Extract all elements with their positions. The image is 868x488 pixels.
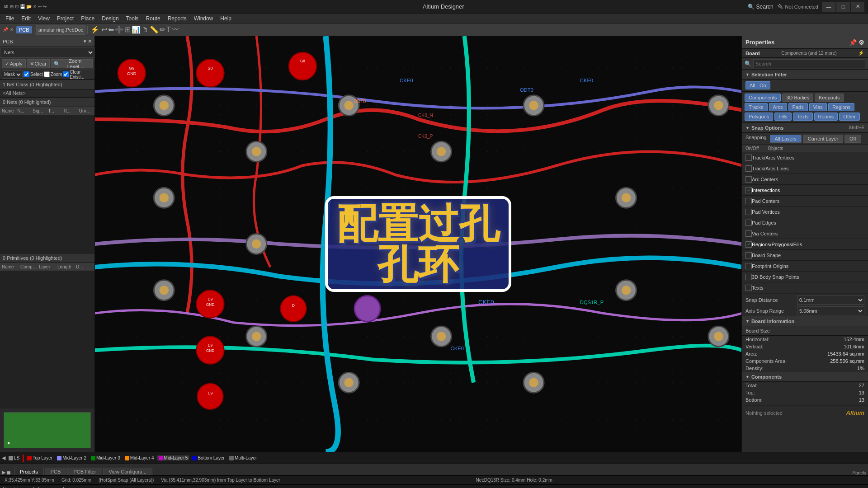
menu-place[interactable]: Place bbox=[77, 14, 98, 23]
all-nets-item[interactable]: <All Nets> bbox=[0, 89, 94, 97]
toolbar-icon-filter[interactable]: ⚡ bbox=[90, 25, 100, 34]
toolbar-icon-text[interactable]: T bbox=[166, 26, 171, 34]
clear-existing-checkbox[interactable] bbox=[63, 71, 69, 77]
filter-fills[interactable]: Fills bbox=[774, 113, 792, 121]
filter-polygons[interactable]: Polygons bbox=[745, 113, 773, 121]
tab-pcb-filter[interactable]: PCB Filter bbox=[67, 468, 102, 475]
toolbar-icon-measure[interactable]: 📏 bbox=[150, 25, 159, 34]
toolbar-icon-refresh[interactable]: ↩ bbox=[101, 25, 107, 34]
layer-mid4[interactable]: Mid-Layer 4 bbox=[123, 455, 156, 460]
stop-icon[interactable]: ⏹ bbox=[6, 470, 11, 475]
filter-other[interactable]: Other bbox=[839, 113, 860, 121]
mask-select[interactable]: Mask bbox=[2, 70, 23, 79]
snap-checkbox-7[interactable] bbox=[745, 230, 752, 237]
snap-checkbox-6[interactable] bbox=[745, 220, 752, 226]
layer-mid3[interactable]: Mid-Layer 3 bbox=[90, 455, 122, 460]
clear-button[interactable]: ✕ Clear bbox=[27, 59, 50, 68]
panel-collapse-icon[interactable]: ▾ bbox=[84, 38, 86, 44]
nets-dropdown[interactable]: Nets bbox=[0, 47, 94, 58]
snap-distance-select[interactable]: 0.1mm bbox=[797, 296, 864, 305]
pcb-canvas[interactable]: G9 GND S0 G8 D9 GND D E9 GND C9 bbox=[95, 36, 741, 452]
filter-regions[interactable]: Regions bbox=[828, 103, 854, 111]
layer-ls[interactable]: LS bbox=[7, 455, 21, 460]
all-on-button[interactable]: All - On bbox=[745, 81, 770, 89]
tab-annular-ring[interactable]: annular ring.PcbDoc bbox=[36, 25, 86, 35]
tab-view-config[interactable]: View Configura... bbox=[103, 468, 153, 475]
tab-pcb[interactable]: PCB bbox=[45, 468, 67, 475]
snap-checkbox-12[interactable] bbox=[745, 285, 752, 291]
filter-pads[interactable]: Pads bbox=[788, 103, 808, 111]
toolbar-icon-pencil[interactable]: ✏ bbox=[160, 25, 165, 34]
snap-checkbox-1[interactable] bbox=[745, 165, 752, 172]
snap-label-3: Intersections bbox=[752, 188, 780, 193]
tab-projects[interactable]: Projects bbox=[14, 468, 44, 475]
menu-file[interactable]: File bbox=[2, 14, 18, 23]
svg-point-18 bbox=[622, 193, 631, 202]
board-information-section[interactable]: Board Information bbox=[742, 316, 868, 326]
menu-tools[interactable]: Tools bbox=[123, 14, 142, 23]
close-button[interactable]: ✕ bbox=[851, 2, 864, 12]
snap-checkbox-9[interactable] bbox=[745, 252, 752, 258]
menu-design[interactable]: Design bbox=[98, 14, 122, 23]
prop-pin-icon[interactable]: 📌 bbox=[849, 39, 857, 46]
snap-checkbox-5[interactable] bbox=[745, 209, 752, 215]
menu-edit[interactable]: Edit bbox=[18, 14, 34, 23]
snap-checkbox-0[interactable] bbox=[745, 155, 752, 161]
snap-checkbox-10[interactable] bbox=[745, 263, 752, 269]
snap-options-section[interactable]: Snap Options Shift+E bbox=[742, 123, 868, 133]
selection-filter-section[interactable]: Selection Filter bbox=[742, 70, 868, 80]
filter-texts[interactable]: Texts bbox=[793, 113, 813, 121]
snap-checkbox-11[interactable] bbox=[745, 274, 752, 280]
menu-window[interactable]: Window bbox=[190, 14, 217, 23]
run-icon[interactable]: ▶ bbox=[2, 469, 5, 475]
snap-checkbox-3[interactable] bbox=[745, 187, 752, 193]
svg-text:DQS1R_P: DQS1R_P bbox=[580, 300, 604, 305]
top-row: Top: 13 bbox=[742, 389, 868, 396]
prop-settings-icon[interactable]: ⚙ bbox=[859, 39, 864, 46]
layer-top[interactable]: Top Layer bbox=[26, 455, 54, 460]
components-section[interactable]: Components bbox=[742, 372, 868, 382]
axis-snap-range-select[interactable]: 5.08mm bbox=[797, 306, 864, 315]
toolbar-icon-layers[interactable]: ⊞ bbox=[125, 25, 131, 34]
select-checkbox[interactable] bbox=[24, 71, 29, 77]
menu-project[interactable]: Project bbox=[53, 14, 77, 23]
filter-keepouts[interactable]: Keepouts bbox=[815, 94, 844, 102]
minimize-button[interactable]: — bbox=[822, 2, 835, 12]
prim-col-comp: Compo... bbox=[20, 264, 37, 269]
menu-route[interactable]: Route bbox=[142, 14, 164, 23]
filter-components[interactable]: Components bbox=[745, 94, 781, 102]
layer-prev-icon[interactable]: ◀ bbox=[2, 455, 5, 461]
toolbar-separator bbox=[34, 26, 34, 34]
panels-label[interactable]: Panels bbox=[852, 470, 866, 475]
toolbar-icon-cursor[interactable]: 🖱 bbox=[142, 26, 149, 34]
panel-close-icon-left[interactable]: ✕ bbox=[88, 38, 92, 44]
zoom-checkbox[interactable] bbox=[44, 71, 50, 77]
snap-checkbox-8[interactable] bbox=[745, 241, 752, 248]
snap-current-layer[interactable]: Current Layer bbox=[803, 135, 843, 143]
toolbar-icon-chart[interactable]: 📊 bbox=[132, 25, 141, 34]
toolbar-icon-add[interactable]: ➕ bbox=[115, 25, 124, 34]
snap-checkbox-2[interactable] bbox=[745, 176, 752, 183]
menu-reports[interactable]: Reports bbox=[164, 14, 190, 23]
filter-3d-bodies[interactable]: 3D Bodies bbox=[782, 94, 813, 102]
toolbar-icon-left[interactable]: ⬅ bbox=[108, 25, 114, 34]
filter-vias[interactable]: Vias bbox=[809, 103, 827, 111]
snap-all-layers[interactable]: All Layers bbox=[770, 135, 802, 143]
layer-multi[interactable]: Multi-Layer bbox=[228, 455, 258, 460]
menu-view[interactable]: View bbox=[34, 14, 53, 23]
filter-tracks[interactable]: Tracks bbox=[745, 103, 768, 111]
layer-bottom[interactable]: Bottom Layer bbox=[191, 455, 226, 460]
filter-icon[interactable]: ⚡ bbox=[858, 50, 864, 56]
properties-search-input[interactable] bbox=[753, 59, 865, 68]
filter-rooms[interactable]: Rooms bbox=[814, 113, 838, 121]
snap-checkbox-4[interactable] bbox=[745, 198, 752, 204]
apply-button[interactable]: ✓ Apply bbox=[2, 59, 26, 68]
menu-help[interactable]: Help bbox=[217, 14, 235, 23]
filter-arcs[interactable]: Arcs bbox=[769, 103, 787, 111]
toolbar-icon-wave[interactable]: 〰 bbox=[172, 26, 179, 34]
snap-off[interactable]: Off bbox=[844, 135, 861, 143]
layer-mid5[interactable]: Mid-Layer 5 bbox=[157, 455, 189, 460]
layer-mid2[interactable]: Mid-Layer 2 bbox=[56, 455, 88, 460]
maximize-button[interactable]: □ bbox=[836, 2, 850, 12]
zoom-level-button[interactable]: 🔍 Zoom Level... bbox=[51, 59, 93, 68]
